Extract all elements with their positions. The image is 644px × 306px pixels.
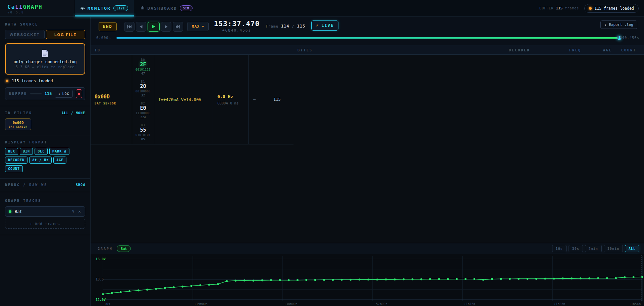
x-tick-label: +1h16m [464,302,476,306]
data-point [181,286,183,288]
data-point [420,278,422,280]
data-source-title: DATA SOURCE [5,23,85,26]
data-point [146,289,148,291]
data-point [234,280,236,282]
tab-monitor[interactable]: MONITOR LIVE [75,0,134,16]
data-point [314,279,316,281]
debug-show-link[interactable]: SHOW [76,183,85,187]
range-button-all[interactable]: ALL [625,245,639,252]
format-chip--t-hz[interactable]: Δt / Hz [29,157,52,164]
byte-dec-3: 85 [136,137,151,141]
frame-decoded-cell: I=+470mA V=14.00V [154,55,213,144]
graph-traces-section: GRAPH TRACES Bat V × + Add trace… [0,192,90,235]
data-point [279,279,281,281]
buffer-label: BUFFER [9,92,27,96]
clear-buffer-button[interactable]: × [76,89,82,98]
format-chip-age[interactable]: AGE [53,157,66,164]
live-button[interactable]: ⚡ LIVE [311,20,338,31]
play-button[interactable] [148,22,160,32]
export-log-button[interactable]: ↓ Export .log [600,20,637,29]
skip-end-button[interactable] [173,22,183,32]
download-icon: ↓ [58,92,60,96]
step-back-button[interactable] [136,22,146,32]
logfile-button[interactable]: LOG FILE [46,30,86,39]
y-tick-label: 12.0V [96,298,106,302]
speed-select[interactable]: MAX ▼ [187,22,209,31]
frame-total: 115 [297,24,305,29]
format-chip-hex[interactable]: HEX [5,148,18,155]
format-chip-count[interactable]: COUNT [5,165,23,172]
save-log-label: LOG [62,92,69,96]
add-trace-button[interactable]: + Add trace… [5,219,85,229]
timeline-track[interactable] [116,37,620,39]
frame-current: 114 [281,24,289,29]
sim-badge: SIM [180,5,193,11]
frame-separator: / [292,24,294,29]
trace-name: Bat [15,209,22,214]
graph-traces-title: GRAPH TRACES [5,199,85,203]
all-none-link[interactable]: ALL / NONE [62,111,85,115]
data-point [518,278,520,280]
data-point [571,277,573,279]
byte-hex-1: 20 [136,83,151,90]
id-filter-title: ID FILTER [5,111,32,115]
format-chip-mark-[interactable]: MARK Δ [49,148,69,155]
live-button-label: LIVE [321,23,334,28]
range-button-10min[interactable]: 10min [604,245,623,252]
timeline: 0.000s 6840.456s [91,33,644,44]
data-point [491,278,493,280]
data-point [562,277,564,279]
data-point [138,290,140,292]
graph-trace-pill[interactable]: Bat [117,245,131,252]
frame-id-cell: 0x00D BAT SENSOR [91,55,132,144]
app-version: v0.5.8 [7,11,74,14]
data-point [500,278,502,280]
tab-dashboard[interactable]: DASHBOARD SIM [135,0,198,16]
app-root: CaLIGRAPH v0.5.8 MONITOR LIVE DASHBOARD … [0,0,644,306]
format-chip-decoded[interactable]: DECODED [5,157,28,164]
data-point [385,278,387,280]
frames-loaded-pill: 115 frames loaded [584,4,639,13]
data-point [544,278,546,280]
data-point [341,279,343,281]
save-log-button[interactable]: ↓LOG [55,90,72,98]
byte-hex-3: 55 [136,127,151,133]
skip-start-button[interactable] [124,22,135,32]
range-button-10s[interactable]: 10s [552,245,567,252]
format-chip-bin[interactable]: BIN [20,148,33,155]
format-chip-dec[interactable]: DEC [35,148,48,155]
data-point [288,279,290,281]
frame-bytes-cell: B02F0010111147B1200010000032B2E011100000… [132,55,154,144]
range-button-30s[interactable]: 30s [569,245,583,252]
col-header-freq: FREQ [569,48,581,52]
time-range-group: 10s30s2min10minALL [552,245,639,252]
buffer-stat: BUFFER 115 frames [539,6,579,10]
step-forward-button[interactable] [161,22,171,32]
col-header-count: COUNT [621,48,636,52]
decoded-value: I=+470mA V=14.00V [158,97,213,102]
frame-table-row[interactable]: 0x00D BAT SENSOR B02F0010111147B12000100… [91,55,293,144]
file-drop-zone[interactable]: only-charger-connected.log 5.3 KB — clic… [5,43,85,75]
remove-trace-icon[interactable]: × [77,209,82,214]
frame-table-header: ID BYTES DECODED FREQ AGE COUNT [91,45,644,55]
loaded-dot-icon [6,80,8,82]
id-filter-section: ID FILTER ALL / NONE 0x00D BAT SENSOR [0,106,90,135]
byte-label-3: B3 [136,124,151,127]
id-filter-chip[interactable]: 0x00D BAT SENSOR [5,118,31,130]
playback-toolbar: END [91,17,644,45]
data-point [376,278,378,280]
col-header-id: ID [95,48,101,52]
data-point [615,277,617,279]
trace-unit-select[interactable]: V [72,210,74,213]
data-point [509,278,511,280]
file-meta: 5.3 KB — click to replace [16,65,75,69]
range-button-2min[interactable]: 2min [585,245,602,252]
websocket-button[interactable]: WEBSOCKET [5,30,45,39]
byte-group-b1: B1200010000032 [136,80,151,97]
dashboard-tab-icon [141,6,145,11]
jump-end-button[interactable]: END [99,22,117,31]
frame-id-hex: 0x00D [95,94,132,100]
byte-group-b0: B02F0010111147 [136,58,151,75]
frames-loaded-row: 115 frames loaded [6,79,85,83]
timeline-end-label: 6840.456s [617,36,639,40]
